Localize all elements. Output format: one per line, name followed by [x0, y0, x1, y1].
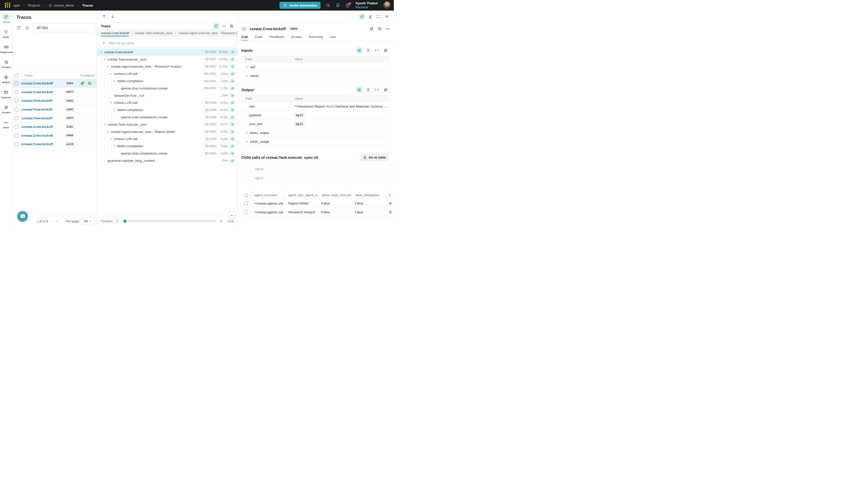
call-tree-row[interactable]: litellm.completion$0.00035.84s	[97, 143, 237, 150]
sidebar-item-prompts[interactable]: Prompts	[0, 59, 13, 74]
avatar[interactable]	[383, 1, 391, 9]
collapse-caret-icon[interactable]	[110, 137, 113, 140]
select-all-checkbox[interactable]	[244, 193, 248, 197]
help-icon[interactable]	[345, 3, 350, 8]
prev-trace-icon[interactable]	[102, 14, 106, 19]
call-tree-row[interactable]: SerperDevTool._run1.66s	[97, 92, 237, 99]
row-checkbox[interactable]	[244, 202, 248, 205]
trace-table-row[interactable]: crewai.Flow.kickoffeab1	[13, 97, 97, 105]
call-tree-row[interactable]: guardrail-validate_blog_content0ms	[97, 157, 237, 164]
prev-page-button[interactable]	[28, 220, 31, 223]
call-tree-row[interactable]: crewai.Agent.execute_task - 'Research An…	[97, 63, 237, 70]
collapse-caret-icon[interactable]	[113, 109, 117, 111]
chat-support-button[interactable]	[17, 211, 28, 222]
child-call-row[interactable]: <crewai.agents.cre...'Research Analyst'F…	[241, 208, 394, 217]
ops-filter-select[interactable]: All Ops	[34, 23, 95, 32]
op-filter-input[interactable]	[108, 41, 232, 45]
collapse-caret-icon[interactable]	[113, 145, 117, 147]
call-tree-row[interactable]: crewai.LLM.call$0.00069.40s	[97, 99, 237, 107]
annotate-button[interactable]	[367, 14, 373, 20]
trace-op-name[interactable]: crewai.Crew.kickoff	[21, 142, 53, 146]
call-tree-row[interactable]: crewai.LLM.call$0.00035.85s	[97, 135, 237, 143]
column-header[interactable]: agent_executor	[251, 191, 284, 199]
column-header[interactable]: allow_code_execution	[318, 191, 351, 199]
refresh-icon[interactable]	[16, 25, 21, 30]
trace-op-name[interactable]: crewai.Crew.kickoff	[21, 134, 53, 137]
trace-op-name[interactable]: crewai.Flow.kickoff	[21, 116, 52, 120]
call-tree-row[interactable]: crewai.Crew.kickoff$0.001019.83s	[97, 48, 237, 56]
expand-rows-toggle[interactable]	[365, 86, 371, 93]
column-header[interactable]: agent_ops_agent_nan	[284, 191, 318, 199]
next-page-button[interactable]	[54, 220, 58, 223]
trace-op-name[interactable]: crewai.Crew.kickoff	[21, 82, 53, 85]
call-tree-row[interactable]: openai.chat.completions.create$0.00069.4…	[97, 113, 237, 121]
expand-chevron-icon[interactable]	[245, 131, 248, 134]
call-tree-row[interactable]: openai.chat.completions.create$0.00035.8…	[97, 150, 237, 157]
column-header[interactable]: b	[385, 191, 394, 199]
sidebar-item-scorers[interactable]: Scorers	[0, 104, 13, 119]
row-checkbox[interactable]	[15, 125, 18, 129]
json-view-toggle[interactable]	[373, 47, 380, 53]
group-header-label[interactable]: agent	[251, 176, 394, 180]
collapse-caret-icon[interactable]	[107, 130, 110, 133]
collapse-caret-icon[interactable]	[103, 58, 107, 61]
hide-empty-toggle[interactable]	[382, 47, 389, 53]
go-to-table-button[interactable]: Go to table	[360, 154, 389, 161]
row-checkbox[interactable]	[15, 99, 18, 102]
call-tree-row[interactable]: openai.chat.completions.create<$0.00012.…	[97, 85, 237, 92]
column-header-feedback[interactable]: Feedback	[77, 72, 97, 79]
trace-op-name[interactable]: crewai.Flow.kickoff	[21, 108, 52, 111]
tab-use[interactable]: Use	[330, 33, 336, 40]
user-menu[interactable]: Ayush Thakur Personal	[356, 1, 378, 9]
timeline-slider-handle[interactable]	[123, 220, 127, 223]
column-header-trace[interactable]: Trace	[24, 74, 33, 77]
overflow-menu-icon[interactable]	[385, 27, 390, 31]
list-view-toggle[interactable]	[356, 47, 362, 53]
row-checkbox[interactable]	[15, 82, 18, 85]
comment-icon[interactable]	[87, 81, 92, 85]
close-button[interactable]	[384, 14, 390, 20]
notifications-icon[interactable]	[336, 3, 340, 8]
expand-rows-toggle[interactable]	[365, 47, 371, 53]
call-tree-row[interactable]: crewai.LLM.call<$0.00012.82s	[97, 70, 237, 77]
call-id-badge[interactable]: 9d89	[288, 26, 299, 31]
collapse-caret-icon[interactable]	[100, 51, 104, 53]
breadcrumb-entity[interactable]: ayut	[13, 3, 20, 7]
add-reaction-icon[interactable]	[80, 81, 85, 85]
column-header[interactable]: allow_delegation	[351, 191, 385, 199]
next-trace-icon[interactable]	[111, 14, 115, 19]
json-view-toggle[interactable]	[373, 86, 380, 93]
show-tree-toggle[interactable]	[359, 14, 365, 20]
sidebar-item-datasets[interactable]: Datasets	[0, 89, 13, 104]
column-settings-icon[interactable]	[25, 25, 30, 30]
expand-chevron-icon[interactable]	[245, 140, 248, 143]
tab-summary[interactable]: Summary	[308, 33, 323, 40]
expand-chevron-icon[interactable]	[245, 65, 248, 68]
search-icon[interactable]	[326, 3, 330, 8]
hide-empty-toggle[interactable]	[382, 86, 389, 93]
tree-view-toggle[interactable]	[213, 23, 219, 29]
trace-op-name[interactable]: crewai.Crew.kickoff	[21, 90, 53, 94]
trace-op-name[interactable]: crewai.Flow.kickoff	[21, 99, 52, 102]
sidebar-item-traces[interactable]: Traces	[0, 14, 13, 29]
trace-table-row[interactable]: crewai.Crew.kickoff9d89	[13, 79, 97, 88]
call-tree-row[interactable]: crewai.Agent.execute_task - 'Report Writ…	[97, 128, 237, 135]
call-tree-row[interactable]: crewai.Task.execute_sync$0.000713.92s	[97, 56, 237, 63]
add-reaction-icon[interactable]	[370, 27, 374, 31]
call-tree-row[interactable]: litellm.completion<$0.00012.82s	[97, 77, 237, 85]
sidebar-item-playground[interactable]: Playground	[0, 44, 13, 59]
call-path-tab[interactable]: crewai.Task.execute_sync	[135, 29, 173, 36]
row-checkbox[interactable]	[15, 108, 18, 111]
select-all-checkbox[interactable]	[15, 74, 18, 77]
collapse-caret-icon[interactable]	[103, 123, 107, 126]
list-view-toggle[interactable]	[356, 86, 362, 93]
comment-icon[interactable]	[377, 27, 382, 31]
call-tree-row[interactable]: crewai.Task.execute_sync$0.00035.87s	[97, 121, 237, 128]
invite-teammates-button[interactable]: Invite teammates	[280, 2, 321, 9]
timeline-next-icon[interactable]	[220, 220, 223, 223]
code-view-toggle[interactable]	[221, 23, 227, 29]
row-checkbox[interactable]	[15, 116, 18, 120]
trace-table-row[interactable]: crewai.Crew.kickoff316c	[13, 123, 97, 131]
sidebar-item-models[interactable]: Models	[0, 74, 13, 89]
row-checkbox[interactable]	[244, 210, 248, 214]
